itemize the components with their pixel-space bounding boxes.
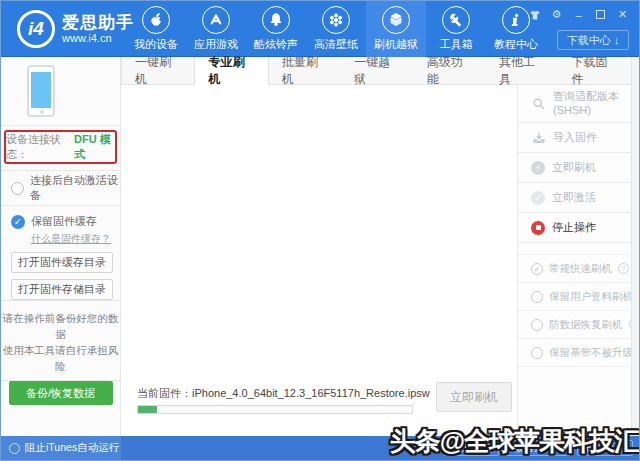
tab-download-firmware[interactable]: 下载固件 <box>559 57 631 85</box>
backup-restore-button[interactable]: 备份/恢复数据 <box>9 381 113 405</box>
maximize-icon[interactable] <box>594 8 607 21</box>
firmware-row: 当前固件：iPhone_4.0_64bit_12.3_16F5117h_Rest… <box>121 386 518 430</box>
minimize-icon[interactable]: – <box>572 8 585 21</box>
app-title: 爱思助手 <box>62 14 134 33</box>
info-icon <box>502 6 530 34</box>
action-label2: (SHSH) <box>553 104 591 116</box>
flash-jailbreak-icon <box>382 6 410 34</box>
radio-unchecked-icon[interactable] <box>531 319 543 331</box>
firmware-cache-section: ✓ 保留固件缓存 什么是固件缓存？ 打开固件缓存目录 打开固件存储目录 <box>1 206 120 301</box>
version-label: V7.93 <box>411 443 437 454</box>
app-logo: i4 爱思助手 www.i4.cn <box>17 10 134 48</box>
scrollbar-track[interactable] <box>631 57 639 436</box>
nav-apps-games[interactable]: 应用游戏 <box>186 1 246 57</box>
main-nav: 我的设备 应用游戏 酷炫铃声 高清壁纸 <box>126 1 546 57</box>
option-label: 常规快速刷机 <box>549 262 612 276</box>
device-status-section: 设备连接状态： DFU 模式 <box>1 126 120 171</box>
right-sidebar: 查询适配版本(SHSH) 导入固件 ⚡ 立即刷机 ✓ 立即激活 停止操作 ✓ 常… <box>517 85 631 436</box>
current-firmware-text: 当前固件：iPhone_4.0_64bit_12.3_16F5117h_Rest… <box>137 386 430 401</box>
action-flash-now[interactable]: ⚡ 立即刷机 <box>518 153 631 183</box>
action-query-shsh[interactable]: 查询适配版本(SHSH) <box>518 85 631 123</box>
status-bar: 阻止iTunes自动运行 V7.93 意见反馈 微信公众号 检查更新 <box>1 436 639 460</box>
open-cache-dir-button[interactable]: 打开固件缓存目录 <box>11 252 113 273</box>
app-url: www.i4.cn <box>62 32 134 44</box>
action-import-firmware[interactable]: 导入固件 <box>518 123 631 153</box>
tab-batch-flash[interactable]: 批量刷机 <box>269 57 341 85</box>
nav-flash-jailbreak[interactable]: 刷机越狱 <box>366 1 426 57</box>
download-center-button[interactable]: 下载中心 ↓ <box>557 30 629 50</box>
help-icon[interactable]: ? <box>618 263 629 274</box>
what-is-cache-link[interactable]: 什么是固件缓存？ <box>31 232 112 246</box>
top-toolbar: i4 爱思助手 www.i4.cn 我的设备 应用游戏 <box>1 1 639 57</box>
import-icon <box>531 130 546 145</box>
nav-my-device[interactable]: 我的设备 <box>126 1 186 57</box>
block-itunes-label: 阻止iTunes自动运行 <box>25 441 119 455</box>
radio-unchecked-icon <box>9 443 20 454</box>
wallpaper-icon <box>322 6 350 34</box>
device-status-label: 设备连接状态： <box>6 132 72 162</box>
nav-label: 我的设备 <box>134 37 178 52</box>
action-label: 立即激活 <box>552 191 596 205</box>
action-stop-operation[interactable]: 停止操作 <box>518 213 631 243</box>
nav-label: 刷机越狱 <box>374 37 418 52</box>
skin-icon[interactable] <box>528 8 541 21</box>
nav-toolbox[interactable]: 工具箱 <box>426 1 486 57</box>
flash-circle-icon: ⚡ <box>531 161 545 175</box>
action-activate-now[interactable]: ✓ 立即激活 <box>518 183 631 213</box>
feedback-button[interactable]: 意见反馈 <box>443 440 499 456</box>
app-window: i4 爱思助手 www.i4.cn 我的设备 应用游戏 <box>0 0 640 461</box>
device-thumbnail-section <box>1 57 120 126</box>
bell-icon <box>262 6 290 34</box>
left-sidebar: 设备连接状态： DFU 模式 连接后自动激活设备 ✓ 保留固件缓存 什么是固件缓… <box>1 57 121 436</box>
radio-checked-icon[interactable]: ✓ <box>531 263 543 275</box>
tab-one-key-flash[interactable]: 一键刷机 <box>122 57 194 85</box>
radio-unchecked-icon[interactable] <box>11 182 24 195</box>
settings-gear-icon[interactable]: ⚙ <box>550 8 563 21</box>
logo-badge: i4 <box>17 10 55 48</box>
flash-now-button-disabled[interactable]: 立即刷机 <box>436 382 512 412</box>
download-center-label: 下载中心 <box>567 33 611 48</box>
action-label: 立即刷机 <box>552 161 596 175</box>
check-update-button[interactable]: 检查更新 <box>577 440 633 456</box>
close-icon[interactable]: ✕ <box>616 8 629 21</box>
checkbox-checked-icon[interactable]: ✓ <box>11 215 25 229</box>
option-anti-data-recovery[interactable]: 防数据恢复刷机 ? <box>518 311 631 339</box>
option-keep-user-data[interactable]: 保留用户资料刷机 ? <box>518 283 631 311</box>
tab-other-tools[interactable]: 其他工具 <box>486 57 558 85</box>
auto-activate-label: 连接后自动激活设备 <box>30 173 120 203</box>
main-content: 当前固件：iPhone_4.0_64bit_12.3_16F5117h_Rest… <box>121 85 519 436</box>
appstore-icon <box>202 6 230 34</box>
nav-wallpapers[interactable]: 高清壁纸 <box>306 1 366 57</box>
iphone-icon <box>27 65 55 117</box>
action-label: 查询适配版本 <box>553 90 619 102</box>
open-storage-dir-button[interactable]: 打开固件存储目录 <box>11 279 113 300</box>
firmware-label: 当前固件： <box>137 387 192 399</box>
flash-tabbar: 一键刷机 专业刷机 批量刷机 一键越狱 高级功能 其他工具 下载固件 <box>121 57 631 85</box>
apple-icon <box>142 6 170 34</box>
tab-one-key-jailbreak[interactable]: 一键越狱 <box>341 57 413 85</box>
option-label: 保留基带不被升级 <box>549 346 633 360</box>
download-arrow-icon: ↓ <box>614 34 620 46</box>
option-keep-baseband[interactable]: 保留基带不被升级 ? <box>518 339 631 367</box>
nav-label: 工具箱 <box>440 37 473 52</box>
auto-activate-row[interactable]: 连接后自动激活设备 <box>1 171 120 206</box>
tab-pro-flash[interactable]: 专业刷机 <box>194 57 268 85</box>
radio-unchecked-icon[interactable] <box>531 347 543 359</box>
nav-label: 教程中心 <box>494 37 538 52</box>
statusbar-right: V7.93 意见反馈 微信公众号 检查更新 <box>411 436 633 460</box>
nav-ringtones[interactable]: 酷炫铃声 <box>246 1 306 57</box>
radio-unchecked-icon[interactable] <box>531 291 543 303</box>
block-itunes-toggle[interactable]: 阻止iTunes自动运行 <box>1 436 121 460</box>
option-label: 保留用户资料刷机 <box>549 290 633 304</box>
flash-progress-fill <box>138 406 157 413</box>
backup-warning-section: 请在操作前备份好您的数据 使用本工具请自行承担风险 备份/恢复数据 <box>1 301 120 381</box>
search-icon <box>531 96 546 111</box>
nav-label: 应用游戏 <box>194 37 238 52</box>
wechat-button[interactable]: 微信公众号 <box>505 440 571 456</box>
warning-line2: 使用本工具请自行承担风险 <box>1 342 120 374</box>
keep-cache-row[interactable]: ✓ 保留固件缓存 <box>11 214 112 229</box>
keep-cache-label: 保留固件缓存 <box>31 214 97 229</box>
option-normal-fast-flash[interactable]: ✓ 常规快速刷机 ? <box>518 255 631 283</box>
window-controls: ⚙ – ✕ <box>528 8 629 21</box>
tab-advanced[interactable]: 高级功能 <box>414 57 486 85</box>
